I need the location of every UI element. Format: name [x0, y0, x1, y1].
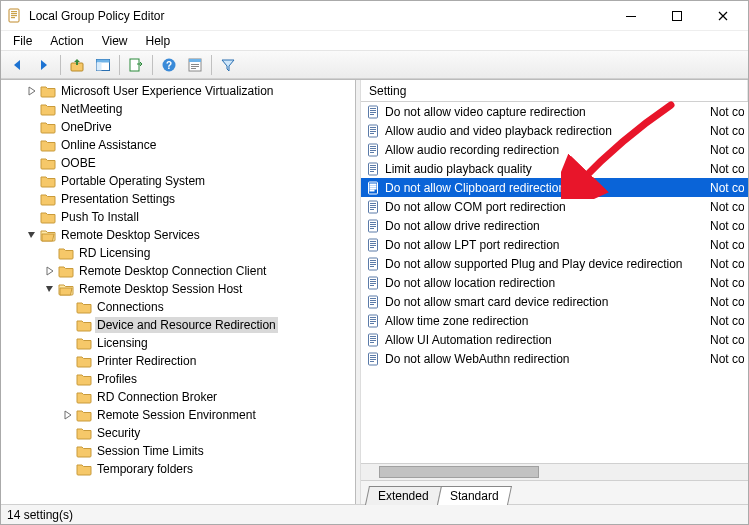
tab-extended[interactable]: Extended	[365, 486, 442, 505]
tree-item-label[interactable]: Session Time Limits	[95, 443, 206, 459]
tree-item-label[interactable]: Temporary folders	[95, 461, 195, 477]
tree-item[interactable]: Printer Redirection	[1, 352, 355, 370]
tree-item[interactable]: Remote Desktop Connection Client	[1, 262, 355, 280]
options-button[interactable]	[183, 53, 207, 77]
tree-item[interactable]: Microsoft User Experience Virtualization	[1, 82, 355, 100]
svg-rect-77	[370, 321, 376, 322]
setting-row[interactable]: Allow audio recording redirectionNot con…	[361, 140, 748, 159]
setting-label: Limit audio playback quality	[385, 162, 710, 176]
tree-item-label[interactable]: Microsoft User Experience Virtualization	[59, 83, 276, 99]
menu-action[interactable]: Action	[42, 33, 91, 49]
tree-item[interactable]: OOBE	[1, 154, 355, 172]
show-hide-tree-button[interactable]	[91, 53, 115, 77]
setting-row[interactable]: Do not allow location redirectionNot con…	[361, 273, 748, 292]
setting-state: Not configured	[710, 105, 744, 119]
tree-item-label[interactable]: Remote Desktop Services	[59, 227, 202, 243]
tree-item-label[interactable]: Device and Resource Redirection	[95, 317, 278, 333]
svg-rect-66	[370, 281, 376, 282]
tree-item[interactable]: Profiles	[1, 370, 355, 388]
tree-item-label[interactable]: Security	[95, 425, 142, 441]
setting-row[interactable]: Do not allow drive redirectionNot config…	[361, 216, 748, 235]
setting-row[interactable]: Allow audio and video playback redirecti…	[361, 121, 748, 140]
tree-item-label[interactable]: OneDrive	[59, 119, 114, 135]
tree-item[interactable]: Temporary folders	[1, 460, 355, 478]
filter-button[interactable]	[216, 53, 240, 77]
tree-item[interactable]: RD Licensing	[1, 244, 355, 262]
setting-row[interactable]: Do not allow smart card device redirecti…	[361, 292, 748, 311]
tree-item-label[interactable]: Push To Install	[59, 209, 141, 225]
tree-item[interactable]: Security	[1, 424, 355, 442]
tree-item-label[interactable]: Portable Operating System	[59, 173, 207, 189]
svg-rect-76	[370, 319, 376, 320]
chevron-right-icon[interactable]	[61, 408, 75, 422]
menu-file[interactable]: File	[5, 33, 40, 49]
setting-row[interactable]: Do not allow COM port redirectionNot con…	[361, 197, 748, 216]
svg-rect-58	[370, 247, 374, 248]
setting-row[interactable]: Allow UI Automation redirectionNot confi…	[361, 330, 748, 349]
setting-row[interactable]: Do not allow WebAuthn redirectionNot con…	[361, 349, 748, 368]
setting-row[interactable]: Allow time zone redirectionNot configure…	[361, 311, 748, 330]
tree-item[interactable]: Push To Install	[1, 208, 355, 226]
policy-icon	[367, 124, 381, 138]
maximize-button[interactable]	[654, 1, 700, 31]
chevron-down-icon[interactable]	[25, 228, 39, 242]
column-header-setting[interactable]: Setting	[361, 80, 748, 101]
policy-icon	[367, 257, 381, 271]
up-one-level-button[interactable]	[65, 53, 89, 77]
chevron-right-icon[interactable]	[25, 84, 39, 98]
tree-item-label[interactable]: OOBE	[59, 155, 98, 171]
tree-item-label[interactable]: NetMeeting	[59, 101, 124, 117]
tree-item[interactable]: RD Connection Broker	[1, 388, 355, 406]
tree-item-label[interactable]: Online Assistance	[59, 137, 158, 153]
tree-item-label[interactable]: RD Licensing	[77, 245, 152, 261]
chevron-right-icon[interactable]	[43, 264, 57, 278]
svg-rect-42	[370, 188, 376, 189]
tree-item[interactable]: Device and Resource Redirection	[1, 316, 355, 334]
setting-state: Not configured	[710, 295, 744, 309]
tree-item-label[interactable]: Remote Desktop Session Host	[77, 281, 244, 297]
setting-row[interactable]: Do not allow LPT port redirectionNot con…	[361, 235, 748, 254]
back-button[interactable]	[6, 53, 30, 77]
close-button[interactable]	[700, 1, 746, 31]
setting-row[interactable]: Do not allow Clipboard redirectionNot co…	[361, 178, 748, 197]
setting-row[interactable]: Limit audio playback qualityNot configur…	[361, 159, 748, 178]
settings-list[interactable]: Do not allow video capture redirectionNo…	[361, 102, 748, 463]
tree-item-label[interactable]: RD Connection Broker	[95, 389, 219, 405]
tree-item[interactable]: Licensing	[1, 334, 355, 352]
tree-item-label[interactable]: Licensing	[95, 335, 150, 351]
tree-item[interactable]: Remote Desktop Session Host	[1, 280, 355, 298]
setting-row[interactable]: Do not allow video capture redirectionNo…	[361, 102, 748, 121]
tab-standard[interactable]: Standard	[437, 486, 512, 505]
svg-rect-85	[370, 355, 376, 356]
tree-item[interactable]: Session Time Limits	[1, 442, 355, 460]
menu-view[interactable]: View	[94, 33, 136, 49]
tree-item-label[interactable]: Connections	[95, 299, 166, 315]
help-button[interactable]: ?	[157, 53, 181, 77]
setting-state: Not configured	[710, 162, 744, 176]
svg-rect-63	[370, 266, 374, 267]
app-icon	[7, 8, 23, 24]
tree-item[interactable]: Remote Session Environment	[1, 406, 355, 424]
forward-button[interactable]	[32, 53, 56, 77]
tree-item[interactable]: Presentation Settings	[1, 190, 355, 208]
menu-help[interactable]: Help	[138, 33, 179, 49]
export-list-button[interactable]	[124, 53, 148, 77]
tree-item[interactable]: OneDrive	[1, 118, 355, 136]
svg-rect-61	[370, 262, 376, 263]
svg-rect-6	[673, 11, 682, 20]
tree-item[interactable]: Portable Operating System	[1, 172, 355, 190]
tree-item-label[interactable]: Printer Redirection	[95, 353, 198, 369]
tree-item-label[interactable]: Profiles	[95, 371, 139, 387]
chevron-down-icon[interactable]	[43, 282, 57, 296]
tree-item-label[interactable]: Presentation Settings	[59, 191, 177, 207]
minimize-button[interactable]	[608, 1, 654, 31]
setting-row[interactable]: Do not allow supported Plug and Play dev…	[361, 254, 748, 273]
horizontal-scrollbar[interactable]	[361, 463, 748, 480]
tree-item[interactable]: NetMeeting	[1, 100, 355, 118]
tree-item[interactable]: Connections	[1, 298, 355, 316]
tree-pane[interactable]: Microsoft User Experience Virtualization…	[1, 80, 356, 504]
tree-item[interactable]: Remote Desktop Services	[1, 226, 355, 244]
tree-item[interactable]: Online Assistance	[1, 136, 355, 154]
tree-item-label[interactable]: Remote Session Environment	[95, 407, 258, 423]
tree-item-label[interactable]: Remote Desktop Connection Client	[77, 263, 268, 279]
